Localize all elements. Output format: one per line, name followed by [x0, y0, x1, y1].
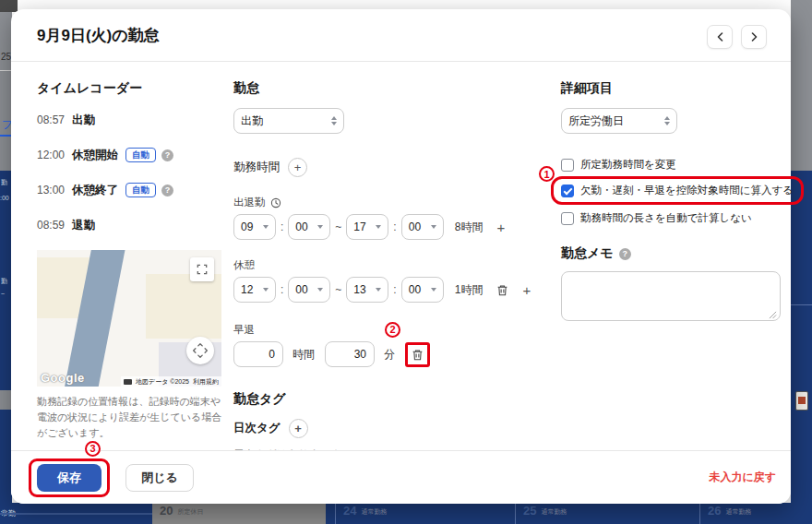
modal-title: 9月9日(火)の勤怠: [37, 25, 160, 46]
end-hour-select[interactable]: 17: [346, 214, 388, 240]
auto-badge: 自動: [125, 183, 156, 196]
select-caret-icon: [331, 116, 337, 125]
clock-in-out-label-row: 出退勤: [233, 196, 561, 209]
calendar-cell: 25 通常勤務: [515, 503, 699, 524]
bg-small-icon: [795, 391, 808, 411]
attendance-type-select[interactable]: 出勤: [233, 108, 344, 134]
chevron-down-icon: [376, 288, 381, 292]
annotation-circle-2: 2: [385, 322, 400, 338]
memo-textarea[interactable]: [561, 271, 781, 321]
add-break-row-button[interactable]: [522, 282, 531, 298]
list-item: 12:00 休憩開始 自動: [37, 145, 233, 165]
checkbox-icon[interactable]: [561, 212, 574, 225]
add-work-time-button[interactable]: [288, 158, 307, 177]
daily-tag-label: 日次タグ: [233, 421, 281, 436]
details-section: 詳細項目 所定労働日 所定勤務時間を変更 1 欠勤・遅刻・早退を控除対象時間に算…: [561, 80, 804, 325]
break-start-minute-select[interactable]: 00: [288, 277, 330, 303]
delete-early-leave-button[interactable]: [412, 348, 424, 362]
break-duration: 1時間: [455, 282, 484, 298]
end-minute-select[interactable]: 00: [401, 214, 444, 240]
footer-buttons: 3 保存 閉じる: [37, 458, 194, 497]
work-time-label: 勤務時間: [233, 160, 280, 175]
tags-heading: 勤怠タグ: [233, 391, 561, 408]
keyboard-shortcuts-icon[interactable]: [124, 379, 132, 385]
auto-badge: 自動: [125, 148, 156, 161]
chevron-down-icon: [431, 225, 436, 229]
chevron-down-icon: [263, 225, 269, 229]
close-button[interactable]: 閉じる: [125, 464, 194, 492]
chevron-down-icon: [317, 225, 323, 229]
break-start-hour-select[interactable]: 12: [233, 277, 276, 303]
daily-tag-row: 日次タグ: [233, 419, 561, 438]
chevron-left-icon: [716, 32, 724, 42]
next-day-button[interactable]: [741, 25, 767, 49]
trash-icon: [496, 283, 508, 297]
work-time-row: 勤務時間: [233, 158, 561, 177]
list-item: 08:59 退勤: [37, 215, 233, 235]
clock-icon: [270, 197, 281, 208]
early-leave-minutes-input[interactable]: [325, 341, 375, 367]
fullscreen-icon: [197, 264, 208, 275]
break-time-inputs-row: 12 : 00 ~ 13 : 00 1時間: [233, 277, 561, 303]
map-pan-control[interactable]: [186, 337, 214, 364]
bg-text-fragment: 勤: [1, 277, 7, 286]
work-time-inputs-row: 09 : 00 ~ 17 : 00 8時間: [233, 214, 561, 240]
page-background: 25 フ 勤 :00 勤 ~ 常勤 20 所定休日 24 通常勤務 25 通常勤…: [0, 0, 812, 524]
map-attribution: 地図データ ©2025 利用規約: [121, 376, 221, 387]
save-button[interactable]: 保存: [37, 464, 102, 492]
break-end-hour-select[interactable]: 13: [346, 277, 388, 303]
location-map[interactable]: Google 地図データ ©2025 利用規約: [37, 250, 221, 387]
chevron-right-icon: [750, 32, 758, 42]
help-icon[interactable]: [619, 248, 631, 260]
pan-arrows-icon: [190, 340, 210, 361]
modal-footer: 3 保存 閉じる 未入力に戻す: [11, 450, 791, 504]
calendar-cell: 20 所定休日: [152, 503, 326, 524]
day-type-select[interactable]: 所定労働日: [561, 108, 677, 134]
chevron-down-icon: [431, 288, 436, 292]
help-icon[interactable]: [161, 185, 173, 196]
bg-gridline: [0, 513, 152, 515]
day-navigation: [707, 25, 767, 49]
google-logo: Google: [41, 371, 85, 385]
bg-text-fragment: :00: [0, 195, 9, 201]
start-minute-select[interactable]: 00: [288, 214, 330, 240]
time-recorder-list: 08:57 出勤 12:00 休憩開始 自動 13:00 休憩終了 自動: [37, 110, 233, 235]
modal-body: タイムレコーダー 08:57 出勤 12:00 休憩開始 自動 13:00 休: [11, 62, 791, 461]
location-disclaimer: 勤務記録の位置情報は、記録時の端末や電波の状況により誤差が生じている場合がござい…: [37, 394, 227, 441]
bg-calendar-row: 常勤 20 所定休日 24 通常勤務 25 通常勤務 26 通常勤務: [0, 503, 812, 524]
add-work-row-button[interactable]: [496, 220, 505, 235]
break-end-minute-select[interactable]: 00: [401, 277, 444, 303]
map-parcel: [146, 274, 221, 339]
list-item: 13:00 休憩終了 自動: [37, 180, 233, 200]
map-fullscreen-button[interactable]: [190, 257, 214, 281]
prev-day-button[interactable]: [707, 25, 733, 49]
calendar-cell: 26 通常勤務: [699, 503, 812, 524]
attendance-heading: 勤怠: [233, 80, 561, 97]
checkbox-icon[interactable]: [561, 159, 574, 172]
start-hour-select[interactable]: 09: [233, 214, 276, 240]
break-label-row: 休憩: [233, 258, 561, 272]
checkbox-icon[interactable]: [561, 185, 574, 197]
delete-break-button[interactable]: [496, 283, 508, 297]
checkbox-change-scheduled-hours[interactable]: 所定勤務時間を変更: [561, 158, 804, 172]
annotation-box-delete: 2: [405, 342, 430, 367]
help-icon[interactable]: [161, 149, 173, 161]
memo-field-wrap: [561, 271, 781, 325]
chevron-down-icon: [263, 288, 269, 292]
annotation-box-checkbox: 1 欠勤・遅刻・早退を控除対象時間に算入する: [551, 176, 804, 205]
early-leave-inputs-row: 時間 分 2: [233, 341, 561, 367]
checkbox-no-auto-calc[interactable]: 勤務時間の長さを自動で計算しない: [561, 211, 804, 225]
time-recorder-heading: タイムレコーダー: [37, 80, 233, 97]
map-data-text: 地図データ ©2025: [136, 377, 189, 387]
early-leave-hours-input[interactable]: [233, 341, 283, 367]
work-duration: 8時間: [455, 220, 484, 235]
checkbox-include-deduction[interactable]: 欠勤・遅刻・早退を控除対象時間に算入する: [561, 184, 794, 197]
attendance-edit-modal: 9月9日(火)の勤怠 タイムレコーダー 08:57 出勤: [11, 9, 791, 504]
add-daily-tag-button[interactable]: [289, 419, 308, 438]
chevron-down-icon: [376, 225, 381, 229]
map-terms-link[interactable]: 利用規約: [193, 377, 219, 387]
chevron-down-icon: [317, 288, 323, 292]
details-heading: 詳細項目: [561, 80, 804, 97]
calendar-cell: 24 通常勤務: [335, 503, 515, 524]
reset-to-blank-link[interactable]: 未入力に戻す: [709, 470, 776, 485]
